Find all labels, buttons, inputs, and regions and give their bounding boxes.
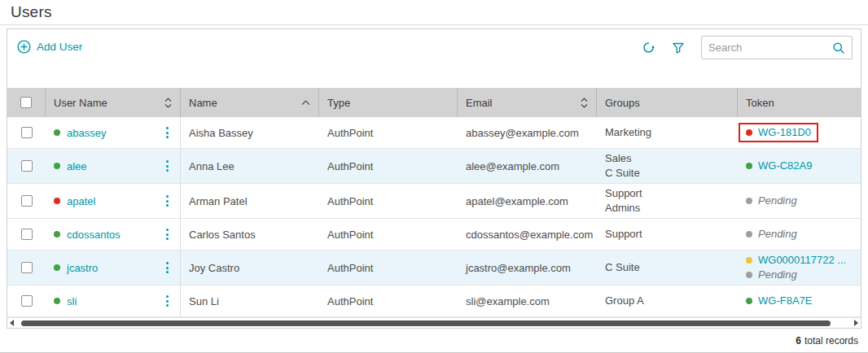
- token-pending-label: Pending: [758, 194, 797, 207]
- select-all-checkbox[interactable]: [20, 97, 32, 108]
- search-input[interactable]: [708, 41, 832, 54]
- cell-username: alee: [46, 149, 181, 183]
- cell-username: sli: [46, 285, 181, 316]
- token-link[interactable]: WG-181D0: [758, 126, 811, 139]
- column-header-select: [7, 88, 46, 117]
- row-menu-icon[interactable]: [163, 157, 172, 174]
- footer: 6 total records: [0, 329, 868, 353]
- row-checkbox[interactable]: [21, 127, 33, 138]
- row-checkbox[interactable]: [21, 229, 33, 240]
- token-link[interactable]: WG-C82A9: [758, 159, 812, 172]
- column-header-email[interactable]: Email: [458, 88, 597, 117]
- row-menu-icon[interactable]: [163, 292, 172, 309]
- scrollbar-thumb[interactable]: [21, 320, 831, 326]
- cell-email: alee@example.com: [458, 149, 597, 183]
- token-link[interactable]: WG0000117722 ...: [758, 254, 846, 267]
- token-status-dot: [746, 129, 752, 136]
- cell-groups: SupportAdmins: [597, 184, 738, 218]
- user-status-dot: [54, 129, 60, 136]
- name-text: Sun Li: [189, 295, 219, 307]
- cell-username: apatel: [46, 184, 181, 218]
- token-status-dot: [746, 272, 752, 278]
- username-link[interactable]: sli: [67, 295, 77, 307]
- token-status-dot: [746, 257, 752, 264]
- row-menu-icon[interactable]: [163, 259, 172, 276]
- cell-username: abassey: [46, 117, 181, 148]
- row-menu-icon[interactable]: [163, 192, 172, 209]
- name-text: Joy Castro: [189, 262, 239, 274]
- column-header-type[interactable]: Type: [319, 88, 458, 117]
- group-name: Admins: [605, 202, 640, 215]
- column-label-username: User Name: [54, 97, 107, 109]
- cell-groups: Marketing: [597, 117, 738, 148]
- username-link[interactable]: cdossantos: [67, 229, 121, 241]
- cell-name: Sun Li: [181, 285, 319, 316]
- cell-username: jcastro: [46, 251, 181, 285]
- token-link[interactable]: WG-F8A7E: [758, 294, 812, 307]
- token-pending-label: Pending: [758, 228, 797, 241]
- toolbar-right: [642, 36, 853, 59]
- row-checkbox[interactable]: [21, 262, 33, 273]
- user-status-dot: [54, 198, 60, 204]
- type-text: AuthPoint: [327, 195, 373, 207]
- email-text: apatel@example.com: [466, 195, 568, 207]
- table-row: apatelArman PatelAuthPointapatel@example…: [7, 184, 861, 219]
- scroll-left-arrow-icon[interactable]: [10, 320, 14, 326]
- cell-token: WG0000117722 ...Pending: [738, 251, 861, 285]
- token-entry: WG0000117722 ...: [746, 254, 846, 267]
- token-entry: WG-F8A7E: [746, 294, 812, 307]
- refresh-icon[interactable]: [642, 41, 655, 54]
- user-status-dot: [54, 264, 60, 271]
- scroll-right-arrow-icon[interactable]: [854, 320, 858, 326]
- cell-name: Carlos Santos: [181, 219, 319, 250]
- email-text: cdossantos@example.com: [466, 229, 593, 241]
- group-name: Support: [605, 187, 642, 200]
- cell-groups: Group A: [597, 285, 738, 316]
- type-text: AuthPoint: [327, 262, 373, 274]
- filter-icon[interactable]: [672, 41, 685, 54]
- scrollbar-track[interactable]: [16, 320, 852, 327]
- plus-circle-icon: [17, 40, 31, 54]
- token-status-dot: [746, 231, 752, 238]
- token-entry: Pending: [746, 194, 797, 207]
- table-row: sliSun LiAuthPointsli@example.comGroup A…: [7, 285, 861, 317]
- sort-updown-icon: [581, 98, 588, 108]
- column-header-groups[interactable]: Groups: [597, 88, 738, 117]
- table-header: User NameNameTypeEmailGroupsToken: [7, 88, 861, 117]
- cell-type: AuthPoint: [319, 219, 458, 250]
- table-row: abasseyAisha BasseyAuthPointabassey@exam…: [7, 117, 861, 149]
- column-header-name[interactable]: Name: [181, 88, 319, 117]
- row-menu-icon[interactable]: [163, 124, 172, 141]
- row-checkbox[interactable]: [21, 295, 33, 307]
- name-text: Aisha Bassey: [189, 127, 253, 139]
- table-body: abasseyAisha BasseyAuthPointabassey@exam…: [7, 117, 861, 317]
- email-text: abassey@example.com: [466, 127, 579, 139]
- cell-email: apatel@example.com: [458, 184, 597, 218]
- group-name: C Suite: [605, 261, 640, 274]
- username-link[interactable]: jcastro: [67, 262, 98, 274]
- cell-type: AuthPoint: [319, 285, 458, 316]
- cell-select: [7, 285, 46, 316]
- group-name: Marketing: [605, 126, 651, 139]
- token-entry: Pending: [746, 228, 797, 241]
- title-bar: Users: [0, 0, 868, 25]
- add-user-button[interactable]: Add User: [17, 36, 82, 54]
- column-header-token[interactable]: Token: [738, 88, 861, 117]
- column-label-type: Type: [327, 97, 350, 109]
- username-link[interactable]: abassey: [67, 127, 106, 139]
- cell-token: WG-F8A7E: [738, 285, 861, 316]
- cell-select: [7, 184, 46, 218]
- column-header-username[interactable]: User Name: [46, 88, 181, 117]
- username-link[interactable]: alee: [67, 160, 87, 172]
- cell-groups: SalesC Suite: [597, 149, 738, 183]
- row-checkbox[interactable]: [21, 160, 33, 172]
- token-status-dot: [746, 298, 752, 304]
- username-link[interactable]: apatel: [67, 195, 95, 207]
- token-status-dot: [746, 198, 752, 204]
- row-checkbox[interactable]: [21, 195, 33, 207]
- token-entry: WG-C82A9: [746, 159, 812, 172]
- token-status-dot: [746, 163, 752, 169]
- cell-type: AuthPoint: [319, 251, 458, 285]
- cell-email: sli@example.com: [458, 285, 597, 316]
- row-menu-icon[interactable]: [163, 225, 172, 242]
